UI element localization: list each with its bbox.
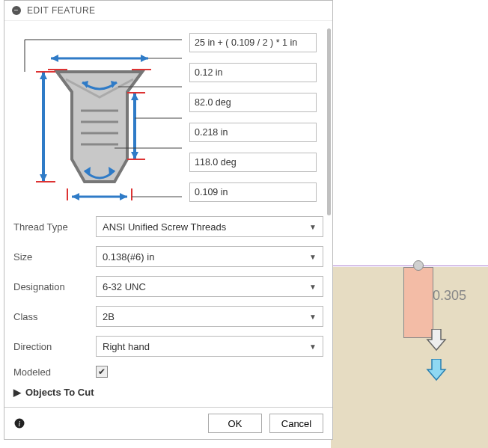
dialog-title: EDIT FEATURE — [27, 5, 96, 16]
chevron-down-icon: ▼ — [309, 223, 317, 231]
size-label: Size — [13, 251, 96, 263]
hole-diameter-input[interactable] — [189, 182, 317, 202]
chevron-down-icon: ▼ — [309, 253, 317, 261]
direction-select[interactable]: Right hand ▼ — [96, 336, 323, 357]
extent-arrow-2-icon[interactable] — [426, 359, 447, 388]
size-value: 0.138(#6) in — [103, 251, 154, 263]
direction-value: Right hand — [103, 341, 150, 352]
dialog-body: Thread Type ANSI Unified Screw Threads ▼… — [4, 21, 332, 407]
thread-type-label: Thread Type — [13, 221, 96, 233]
designation-value: 6-32 UNC — [103, 281, 146, 292]
chevron-down-icon: ▼ — [309, 343, 317, 351]
hole-depth-input[interactable] — [189, 123, 317, 142]
designation-select[interactable]: 6-32 UNC ▼ — [96, 276, 323, 297]
dialog-titlebar: − EDIT FEATURE — [4, 1, 332, 21]
collapse-icon[interactable]: − — [12, 6, 21, 15]
thread-type-value: ANSI Unified Screw Threads — [103, 221, 226, 233]
dialog-footer: i OK Cancel — [4, 407, 332, 439]
feature-origin-handle[interactable] — [413, 260, 424, 271]
ok-button[interactable]: OK — [208, 414, 262, 433]
counterbore-diameter-input[interactable] — [189, 33, 317, 52]
objects-to-cut-label: Objects To Cut — [25, 387, 94, 398]
svg-marker-0 — [427, 329, 445, 350]
class-label: Class — [13, 311, 96, 322]
hole-diagram — [13, 28, 182, 203]
info-icon[interactable]: i — [13, 417, 25, 429]
chevron-right-icon: ▶ — [13, 387, 21, 398]
edit-feature-dialog: − EDIT FEATURE — [4, 0, 333, 440]
scrollbar[interactable] — [327, 28, 331, 215]
svg-marker-1 — [427, 359, 445, 380]
svg-marker-25 — [131, 152, 138, 159]
svg-marker-20 — [40, 174, 47, 182]
designation-label: Designation — [13, 281, 96, 292]
countersink-angle-input[interactable] — [189, 93, 317, 112]
svg-text:i: i — [19, 420, 21, 428]
svg-marker-6 — [141, 55, 148, 62]
tip-angle-input[interactable] — [189, 153, 317, 172]
objects-to-cut-toggle[interactable]: ▶ Objects To Cut — [13, 387, 323, 398]
class-select[interactable]: 2B ▼ — [96, 306, 323, 327]
feature-preview-solid[interactable] — [403, 267, 433, 338]
thread-type-select[interactable]: ANSI Unified Screw Threads ▼ — [96, 216, 323, 237]
cancel-button[interactable]: Cancel — [269, 414, 323, 433]
svg-marker-29 — [72, 193, 79, 200]
modeled-label: Modeled — [13, 366, 96, 378]
svg-marker-24 — [131, 93, 138, 100]
svg-marker-5 — [51, 55, 58, 62]
feature-depth-label: 0.305 — [433, 288, 466, 304]
modeled-checkbox[interactable]: ✔ — [96, 366, 108, 378]
svg-marker-19 — [40, 72, 47, 79]
extent-arrow-1-icon[interactable] — [426, 329, 447, 358]
class-value: 2B — [103, 311, 115, 322]
chevron-down-icon: ▼ — [309, 283, 317, 291]
size-select[interactable]: 0.138(#6) in ▼ — [96, 246, 323, 267]
direction-label: Direction — [13, 341, 96, 352]
counterbore-depth-input[interactable] — [189, 63, 317, 82]
svg-marker-30 — [120, 193, 127, 200]
chevron-down-icon: ▼ — [309, 313, 317, 321]
